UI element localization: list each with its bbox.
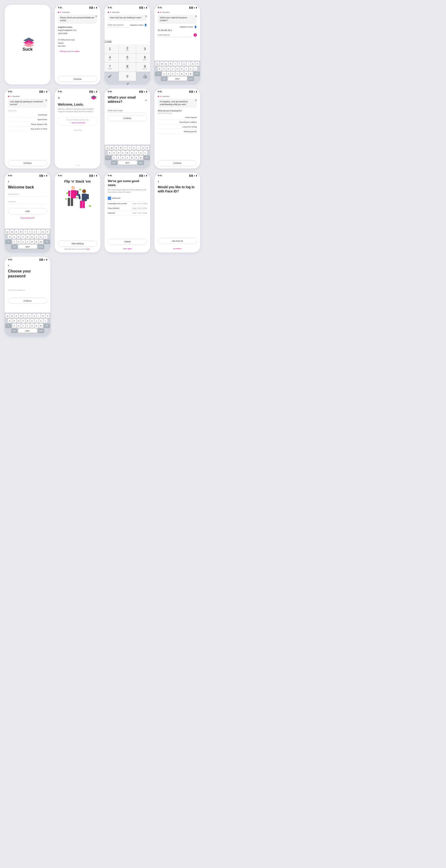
key-c[interactable]: C [121, 156, 125, 160]
key-backspace[interactable]: ⌫ [44, 240, 50, 244]
checkbox-option[interactable]: Investing for children [158, 120, 197, 125]
key-f[interactable]: F [121, 151, 125, 155]
key-k[interactable]: K [139, 151, 143, 155]
key-r[interactable]: R [119, 146, 123, 150]
key-return[interactable]: return [38, 245, 44, 249]
amount-input[interactable] [108, 23, 129, 27]
key-l[interactable]: L [44, 319, 47, 323]
numpad-mic[interactable]: 🎤 [126, 83, 129, 85]
key-u[interactable]: U [182, 62, 186, 66]
no-thanks-link[interactable]: No thanks [173, 248, 181, 250]
key-space[interactable]: space [168, 76, 187, 81]
login-link[interactable]: Login. [85, 248, 90, 250]
key-x[interactable]: X [17, 323, 21, 328]
key-o[interactable]: O [141, 146, 145, 150]
back-button[interactable]: ‹ [8, 179, 9, 184]
key-q[interactable]: Q [6, 314, 9, 318]
key-space[interactable]: space [18, 329, 37, 333]
key-j[interactable]: J [184, 67, 188, 71]
back-button[interactable]: ‹ [158, 179, 197, 184]
key-t[interactable]: T [123, 146, 127, 150]
key-l[interactable]: L [143, 151, 147, 155]
key-d[interactable]: D [17, 235, 21, 239]
key-123[interactable]: 123 [11, 245, 18, 249]
key-t[interactable]: T [24, 314, 27, 318]
key-s[interactable]: S [162, 67, 166, 71]
key-m[interactable]: M [39, 323, 43, 328]
key-backspace[interactable]: ⌫ [193, 71, 200, 76]
key-g[interactable]: G [176, 67, 179, 71]
key-y[interactable]: Y [128, 146, 132, 150]
key-j[interactable]: J [135, 151, 138, 155]
ni-input[interactable] [158, 33, 192, 37]
key-v[interactable]: V [176, 71, 179, 76]
key-n[interactable]: N [184, 71, 188, 76]
key-n[interactable]: N [135, 156, 138, 160]
key-e[interactable]: E [14, 230, 18, 234]
key-q[interactable]: Q [6, 230, 9, 234]
numpad-key-2[interactable]: 2 ABC [119, 44, 136, 53]
numpad-key-6[interactable]: 6 MNO [136, 54, 150, 62]
checkbox-option[interactable]: Home deposit [158, 115, 197, 120]
key-backspace[interactable]: ⌫ [143, 156, 150, 160]
key-u[interactable]: U [32, 314, 36, 318]
key-z[interactable]: Z [112, 156, 116, 160]
key-m[interactable]: M [139, 156, 143, 160]
key-f[interactable]: F [21, 235, 25, 239]
emoji-key[interactable]: ☺ [5, 250, 6, 252]
key-k[interactable]: K [189, 67, 193, 71]
key-z[interactable]: Z [12, 323, 16, 328]
key-u[interactable]: U [132, 146, 136, 150]
key-e[interactable]: E [164, 62, 168, 66]
list-item[interactable]: EarthCash [8, 113, 47, 117]
key-m[interactable]: M [39, 240, 43, 244]
numpad-key-special[interactable]: 🎤 [105, 72, 118, 81]
key-return[interactable]: return [187, 76, 194, 81]
key-u[interactable]: U [32, 230, 36, 234]
close-button[interactable]: ✕ [145, 14, 147, 18]
key-q[interactable]: Q [105, 146, 109, 150]
key-123[interactable]: 123 [161, 76, 167, 81]
key-i[interactable]: I [37, 314, 40, 318]
back-button[interactable]: ‹ [8, 263, 9, 268]
numpad-key-3[interactable]: 3 [136, 44, 150, 53]
key-shift[interactable]: ⇧ [5, 240, 12, 244]
mic-key[interactable]: 🎤 [199, 83, 200, 85]
key-d[interactable]: D [117, 151, 121, 155]
key-v[interactable]: V [126, 156, 129, 160]
key-y[interactable]: Y [178, 62, 181, 66]
close-button[interactable]: ✕ [95, 14, 98, 18]
key-v[interactable]: V [26, 323, 30, 328]
key-m[interactable]: M [189, 71, 193, 76]
close-button[interactable]: ✕ [195, 98, 197, 102]
key-r[interactable]: R [19, 314, 23, 318]
key-shift[interactable]: ⇧ [155, 71, 162, 76]
key-space[interactable]: space [18, 245, 37, 249]
key-return[interactable]: return [38, 329, 44, 333]
key-h[interactable]: H [130, 151, 134, 155]
key-p[interactable]: P [145, 146, 149, 150]
login-button[interactable]: Login [8, 208, 47, 214]
continue-button[interactable]: Continue [8, 298, 47, 304]
key-l[interactable]: L [193, 67, 197, 71]
key-p[interactable]: P [46, 230, 49, 234]
key-a[interactable]: A [8, 319, 12, 323]
numpad-key-9[interactable]: 9 WXYZ [136, 63, 150, 71]
list-item[interactable]: Buy shares in Tesla [8, 127, 47, 131]
forgot-password-link[interactable]: Forgot password? [21, 217, 34, 219]
key-y[interactable]: Y [28, 314, 32, 318]
key-y[interactable]: Y [28, 230, 32, 234]
key-g[interactable]: G [26, 319, 30, 323]
key-b[interactable]: B [130, 156, 134, 160]
key-x[interactable]: X [17, 240, 21, 244]
key-shift[interactable]: ⇧ [5, 323, 12, 328]
key-t[interactable]: T [24, 230, 27, 234]
use-faceid-button[interactable]: Use Face ID [158, 238, 197, 244]
key-r[interactable]: R [169, 62, 172, 66]
key-123[interactable]: 123 [11, 329, 18, 333]
key-v[interactable]: V [26, 240, 30, 244]
remove-button[interactable]: ✕ [194, 33, 197, 37]
email-input[interactable] [108, 108, 147, 113]
continue-button[interactable]: Continue [8, 160, 47, 166]
emoji-key[interactable]: ☺ [155, 82, 156, 85]
